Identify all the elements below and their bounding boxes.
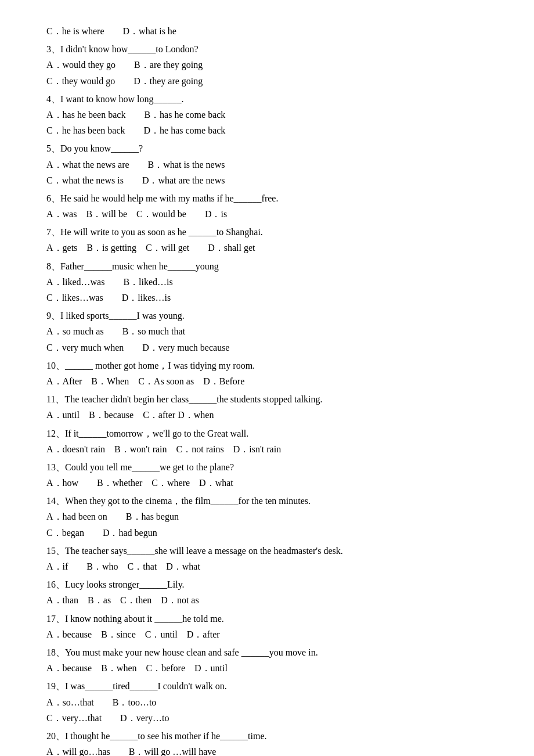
question-line: C．he is where D．what is he [46, 23, 488, 39]
options-line: A．so…that B．too…to [46, 694, 488, 710]
question-block: 12、If it______tomorrow，we'll go to the G… [46, 426, 488, 457]
options-line: A．was B．will be C．would be D．is [46, 206, 488, 222]
question-block: 4、I want to know how long______. A．has h… [46, 91, 488, 139]
options-line: A．gets B．is getting C．will get D．shall g… [46, 240, 488, 255]
options-line: A．doesn't rain B．won't rain C．not rains … [46, 441, 488, 457]
question-line: 16、Lucy looks stronger______Lily. [46, 577, 488, 592]
question-line: 12、If it______tomorrow，we'll go to the G… [46, 426, 488, 441]
question-line: 10、______ mother got home，I was tidying … [46, 358, 488, 373]
question-block: 19、I was______tired______I couldn't walk… [46, 678, 488, 726]
question-block: 3、I didn't know how______to London? A．wo… [46, 41, 488, 89]
question-line: 18、You must make your new house clean an… [46, 645, 488, 660]
options-line: A．has he been back B．has he come back [46, 107, 488, 123]
question-block: 11、The teacher didn't begin her class___… [46, 391, 488, 423]
options-line: A．liked…was B．liked…is [46, 274, 488, 290]
options-line: A．would they go B．are they going [46, 57, 488, 73]
options-line: A．will go…has B．will go …will have [46, 744, 488, 756]
question-block: 14、When they got to the cinema，the film_… [46, 493, 488, 541]
question-block: 9、I liked sports______I was young. A．so … [46, 308, 488, 355]
options-line: A．had been on B．has begun [46, 509, 488, 524]
options-line: C．they would go D．they are going [46, 73, 488, 89]
options-line: C．began D．had begun [46, 525, 488, 541]
options-line: C．he has been back D．he has come back [46, 123, 488, 138]
question-line: 11、The teacher didn't begin her class___… [46, 391, 488, 407]
options-line: A．After B．When C．As soon as D．Before [46, 373, 488, 389]
options-line: C．very…that D．very…to [46, 710, 488, 726]
question-block: 15、The teacher says______she will leave … [46, 543, 488, 574]
options-line: A．how B．whether C．where D．what [46, 475, 488, 491]
question-line: 14、When they got to the cinema，the film_… [46, 493, 488, 509]
question-block: C．he is where D．what is he [46, 23, 488, 39]
question-block: 10、______ mother got home，I was tidying … [46, 358, 488, 389]
question-line: 17、I know nothing about it ______he told… [46, 611, 488, 627]
options-line: C．what the news is D．what are the news [46, 172, 488, 188]
question-line: 15、The teacher says______she will leave … [46, 543, 488, 559]
options-line: A．because B．when C．before D．until [46, 660, 488, 676]
options-line: A．so much as B．so much that [46, 323, 488, 339]
question-block: 5、Do you know______? A．what the news are… [46, 141, 488, 188]
question-line: 7、He will write to you as soon as he ___… [46, 224, 488, 240]
question-block: 7、He will write to you as soon as he ___… [46, 224, 488, 255]
question-block: 18、You must make your new house clean an… [46, 645, 488, 676]
options-line: A．than B．as C．then D．not as [46, 592, 488, 608]
question-block: 20、I thought he______to see his mother i… [46, 728, 488, 756]
options-line: A．if B．who C．that D．what [46, 559, 488, 574]
question-line: 9、I liked sports______I was young. [46, 308, 488, 323]
question-block: 17、I know nothing about it ______he told… [46, 611, 488, 642]
options-line: A．what the news are B．what is the news [46, 157, 488, 172]
question-line: 13、Could you tell me______we get to the … [46, 459, 488, 475]
question-line: 4、I want to know how long______. [46, 91, 488, 107]
options-line: C．likes…was D．likes…is [46, 290, 488, 305]
question-block: 8、Father______music when he______young A… [46, 258, 488, 306]
worksheet-content: C．he is where D．what is he 3、I didn't kn… [46, 23, 488, 756]
question-line: 8、Father______music when he______young [46, 258, 488, 274]
options-line: C．very much when D．very much because [46, 340, 488, 355]
question-line: 20、I thought he______to see his mother i… [46, 728, 488, 744]
options-line: A．until B．because C．after D．when [46, 407, 488, 423]
question-block: 6、He said he would help me with my maths… [46, 190, 488, 222]
question-line: 6、He said he would help me with my maths… [46, 190, 488, 206]
question-block: 16、Lucy looks stronger______Lily. A．than… [46, 577, 488, 608]
options-line: A．because B．since C．until D．after [46, 627, 488, 642]
question-line: 19、I was______tired______I couldn't walk… [46, 678, 488, 694]
question-line: 5、Do you know______? [46, 141, 488, 156]
question-line: 3、I didn't know how______to London? [46, 41, 488, 57]
question-block: 13、Could you tell me______we get to the … [46, 459, 488, 491]
